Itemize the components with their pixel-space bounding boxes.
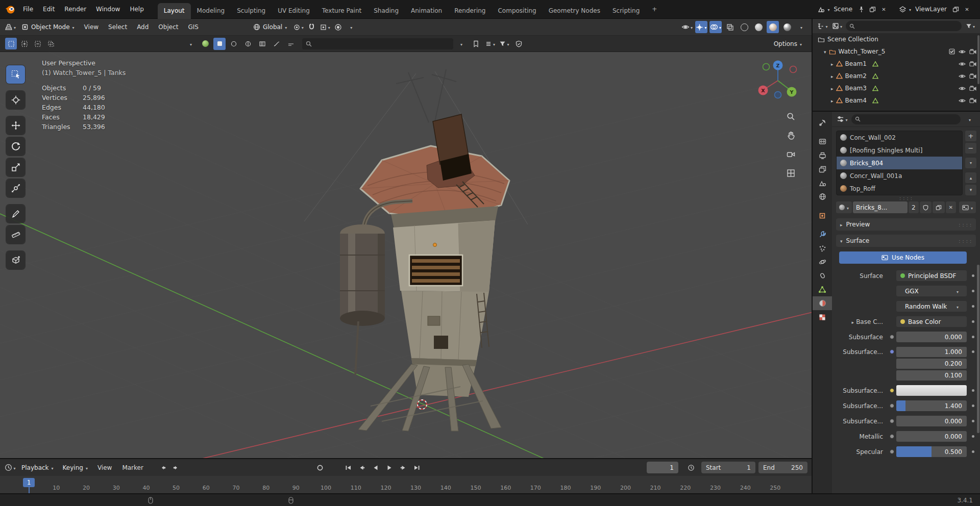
- properties-tab-data[interactable]: [813, 283, 832, 296]
- subsurface-ior-slider[interactable]: 1.400: [896, 400, 967, 411]
- add-slot-button[interactable]: [965, 131, 976, 141]
- hide-eye-icon[interactable]: [959, 98, 966, 104]
- shading-dropdown[interactable]: [795, 21, 807, 33]
- tool-dropdown[interactable]: [185, 38, 197, 50]
- scene-name[interactable]: Scene: [831, 6, 855, 13]
- workspace-tab[interactable]: UV Editing: [272, 3, 316, 19]
- menu-item[interactable]: GIS: [183, 21, 203, 33]
- timeline-ruler[interactable]: 1020304050607080901001101201301401501601…: [0, 476, 812, 493]
- chevron-down-icon[interactable]: [827, 6, 829, 13]
- pin-scene-icon[interactable]: [856, 5, 866, 14]
- specular-slider[interactable]: 0.500: [896, 446, 967, 457]
- browse-material-button[interactable]: [836, 201, 852, 213]
- annotate-tool[interactable]: [6, 205, 25, 223]
- remove-slot-button[interactable]: [965, 143, 976, 154]
- preview-panel-header[interactable]: Preview: [836, 218, 976, 231]
- properties-scrollbar[interactable]: [977, 265, 979, 433]
- mask-icon[interactable]: [242, 38, 254, 50]
- properties-tab-viewlayer[interactable]: [813, 162, 832, 176]
- jump-next-keyframe-button[interactable]: [170, 462, 183, 473]
- panel-drag-grip[interactable]: [959, 221, 972, 228]
- play-reverse-button[interactable]: [370, 462, 382, 473]
- object-name[interactable]: Beam4: [845, 97, 867, 104]
- new-material-icon[interactable]: [933, 201, 945, 213]
- decorator-dot[interactable]: [967, 450, 979, 453]
- material-slot-name[interactable]: Concr_Wall_001a: [850, 172, 902, 180]
- gradient-icon[interactable]: [256, 38, 268, 50]
- ortho-grid-icon[interactable]: [786, 168, 796, 178]
- outliner-object-row[interactable]: Beam2: [813, 70, 980, 82]
- playback-menu[interactable]: Playback: [17, 461, 58, 474]
- shading-material-button[interactable]: [767, 21, 779, 33]
- material-slot-name[interactable]: Bricks_804: [850, 160, 883, 167]
- render-camera-icon[interactable]: [969, 49, 976, 55]
- curve-icon[interactable]: [271, 38, 283, 50]
- unlink-material-button[interactable]: [946, 201, 956, 213]
- add-cube-tool[interactable]: [6, 251, 25, 269]
- workspace-tab[interactable]: Compositing: [492, 3, 542, 19]
- move-tool[interactable]: [6, 116, 25, 135]
- outliner-object-row[interactable]: Beam3: [813, 82, 980, 94]
- fake-user-shield-icon[interactable]: [920, 201, 932, 213]
- collection-name[interactable]: Watch_Tower_5: [839, 48, 886, 55]
- workspace-tab[interactable]: Sculpting: [231, 3, 272, 19]
- properties-tab-output[interactable]: [813, 148, 832, 162]
- subsurface-anisotropy-slider[interactable]: 0.000: [896, 416, 967, 426]
- properties-tab-world[interactable]: [813, 190, 832, 204]
- radius-value-field[interactable]: 0.200: [896, 359, 967, 369]
- workspace-tab[interactable]: Modeling: [191, 3, 231, 19]
- properties-tab-particles[interactable]: [813, 241, 832, 255]
- next-keyframe-button[interactable]: [397, 462, 410, 473]
- snap-target-dropdown[interactable]: [318, 21, 331, 33]
- rotate-tool[interactable]: [6, 137, 25, 156]
- hide-eye-icon[interactable]: [959, 61, 966, 67]
- outliner-object-row[interactable]: Beam1: [813, 58, 980, 70]
- properties-tab-render[interactable]: [813, 135, 832, 148]
- shield-icon[interactable]: [512, 38, 525, 50]
- metallic-slider[interactable]: 0.000: [896, 431, 967, 442]
- disclosure-icon[interactable]: [831, 60, 834, 67]
- viewlayer-name[interactable]: ViewLayer: [913, 6, 949, 13]
- pan-hand-icon[interactable]: [786, 130, 796, 140]
- frame-end-field[interactable]: End250: [758, 462, 807, 473]
- display-mode-dropdown[interactable]: [831, 20, 843, 32]
- shading-wireframe-button[interactable]: [738, 21, 750, 33]
- workspace-tab[interactable]: Animation: [405, 3, 448, 19]
- shading-rendered-button[interactable]: [781, 21, 793, 33]
- properties-tab-object[interactable]: [813, 209, 832, 222]
- object-name[interactable]: Beam2: [845, 72, 867, 80]
- hide-eye-icon[interactable]: [959, 73, 966, 79]
- select-mode-set-button[interactable]: [5, 38, 17, 49]
- subsurface-slider[interactable]: 0.000: [896, 332, 967, 342]
- menu-item[interactable]: Object: [154, 21, 183, 33]
- prev-keyframe-button[interactable]: [356, 462, 369, 473]
- disclosure-icon[interactable]: [831, 85, 834, 92]
- object-name[interactable]: Beam1: [845, 60, 867, 67]
- camera-view-icon[interactable]: [786, 149, 796, 159]
- gizmos-dropdown[interactable]: [695, 21, 707, 33]
- material-slot-row[interactable]: Concr_Wall_001a: [837, 169, 962, 182]
- material-slot-row[interactable]: Top_Roff: [837, 182, 962, 195]
- material-slot-name[interactable]: Top_Roff: [850, 185, 875, 192]
- select-mode-intersect-button[interactable]: [45, 38, 57, 49]
- tool-search-input[interactable]: [302, 38, 453, 49]
- keying-menu[interactable]: Keying: [59, 461, 92, 474]
- texture-slot-button[interactable]: [213, 38, 226, 50]
- menu-item[interactable]: Window: [91, 4, 125, 15]
- material-slot-row[interactable]: [Roofing Shingles Multi]: [837, 144, 962, 157]
- brush-icon[interactable]: [228, 38, 240, 50]
- workspace-tab[interactable]: Rendering: [448, 3, 492, 19]
- disclosure-icon[interactable]: [852, 318, 854, 325]
- radius-value-field[interactable]: 0.100: [896, 370, 967, 381]
- proportional-editing-icon[interactable]: [332, 21, 344, 33]
- properties-search-input[interactable]: [851, 114, 961, 124]
- workspace-tab[interactable]: Layout: [158, 3, 191, 19]
- view-menu[interactable]: View: [93, 462, 116, 473]
- menu-item[interactable]: Add: [132, 21, 153, 33]
- render-camera-icon[interactable]: [969, 73, 976, 79]
- material-name-field[interactable]: Bricks_8...: [853, 201, 908, 213]
- chevron-down-icon[interactable]: [909, 6, 911, 13]
- outliner-editor-type-icon[interactable]: [816, 20, 828, 32]
- scene-collection-label[interactable]: Scene Collection: [827, 36, 878, 43]
- render-camera-icon[interactable]: [969, 61, 976, 67]
